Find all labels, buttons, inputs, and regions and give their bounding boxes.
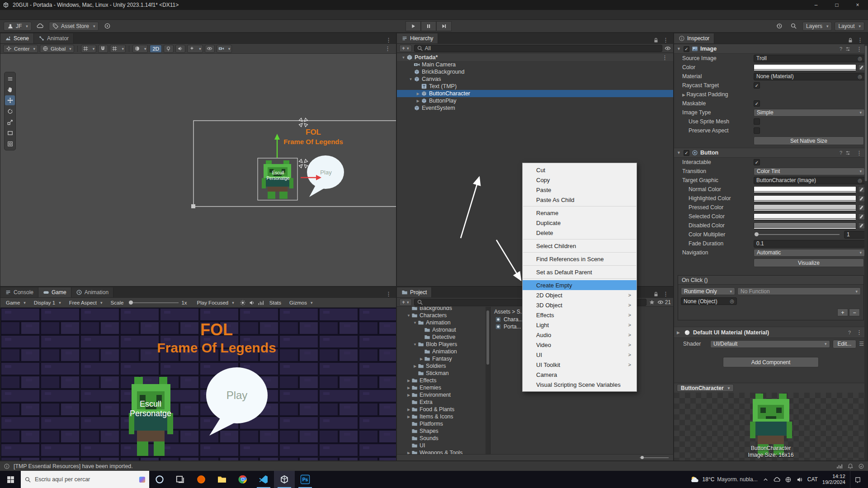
scene-fx-dropdown[interactable]: ▾: [187, 45, 203, 53]
hierarchy-item[interactable]: ▶ ButtonPlay: [397, 97, 673, 104]
stats-chart-icon[interactable]: [258, 300, 264, 306]
snap-toggle[interactable]: [98, 45, 108, 53]
use-sprite-mesh-checkbox[interactable]: [754, 118, 760, 125]
material-object-field[interactable]: None (Material)◎: [754, 73, 865, 80]
context-menu-item[interactable]: Delete: [523, 228, 637, 238]
component-enable-checkbox[interactable]: ✓: [684, 46, 689, 52]
overlay-menu-icon[interactable]: [5, 74, 15, 84]
presets-icon[interactable]: [845, 150, 851, 156]
project-folder-item[interactable]: ▼ Blob Players: [397, 341, 486, 348]
object-picker-icon[interactable]: ◎: [730, 298, 734, 304]
project-folder-item[interactable]: ▶ Environment: [397, 391, 486, 399]
component-enable-checkbox[interactable]: ✓: [684, 150, 689, 156]
scene-visibility-toggle[interactable]: [205, 45, 215, 53]
context-menu-item[interactable]: Set as Default Parent: [523, 267, 637, 277]
expand-arrow-icon[interactable]: ▶: [419, 357, 424, 361]
create-add-button[interactable]: +▾: [399, 299, 412, 306]
eyedropper-icon[interactable]: [858, 64, 865, 71]
network-icon[interactable]: [785, 476, 792, 483]
context-menu-item[interactable]: Video >: [523, 340, 637, 350]
project-folder-item[interactable]: ▼ Animation: [397, 319, 486, 326]
shader-dropdown[interactable]: UI/Default▾: [710, 340, 830, 348]
hierarchy-item[interactable]: ▶ ButtonCharacter: [397, 90, 673, 97]
background-tasks-icon[interactable]: [858, 463, 864, 469]
context-menu-item[interactable]: Select Children: [523, 241, 637, 251]
tool-handle-rotation-dropdown[interactable]: Global▾: [40, 45, 74, 53]
weather-widget[interactable]: 18°C Mayorm. nubla...: [690, 475, 758, 483]
scene-audio-toggle[interactable]: [175, 45, 185, 53]
hierarchy-item[interactable]: EventSystem: [397, 104, 673, 112]
context-menu-item[interactable]: Cut: [523, 165, 637, 175]
create-add-button[interactable]: +▾: [399, 45, 412, 52]
scene-viewport[interactable]: FOL Frame Of Legends Escull Personatge P…: [0, 54, 396, 286]
snap-increment-dropdown[interactable]: ▾: [110, 45, 126, 53]
project-folder-item[interactable]: Sounds: [397, 435, 486, 442]
context-menu-item[interactable]: 3D Object >: [523, 300, 637, 310]
tab[interactable]: Game: [38, 287, 71, 297]
object-picker-icon[interactable]: ◎: [858, 74, 862, 80]
keyboard-language[interactable]: CAT: [807, 476, 818, 483]
grid-visibility-dropdown[interactable]: ▾: [81, 45, 97, 53]
lock-icon[interactable]: [653, 37, 659, 43]
project-folder-item[interactable]: ▶ Soldiers: [397, 362, 486, 370]
play-button[interactable]: [406, 21, 421, 31]
cloud-icon[interactable]: [34, 22, 46, 31]
hierarchy-item[interactable]: BrickBackground: [397, 68, 673, 75]
project-folder-item[interactable]: Extra: [397, 399, 486, 406]
project-folder-item[interactable]: ▼ Characters: [397, 312, 486, 319]
object-picker-icon[interactable]: ◎: [858, 178, 862, 183]
color-color-swatch[interactable]: [754, 64, 856, 71]
file-explorer-icon[interactable]: [212, 471, 232, 488]
maximize-button[interactable]: □: [826, 0, 847, 10]
material-header[interactable]: ▶ Default UI Material (Material) ? ⋮: [674, 327, 868, 338]
gizmos-dropdown[interactable]: Gizmos▾: [287, 299, 316, 306]
foldout-arrow-icon[interactable]: ▼: [677, 150, 681, 155]
project-folder-item[interactable]: Animation: [397, 348, 486, 355]
context-menu-item[interactable]: Paste As Child: [523, 195, 637, 205]
expand-arrow-icon[interactable]: ▶: [406, 408, 411, 412]
set-native-size-button[interactable]: Set Native Size: [754, 136, 864, 145]
task-view-button[interactable]: [170, 471, 191, 488]
scene-picking-icon[interactable]: [665, 45, 671, 52]
volume-icon[interactable]: [796, 476, 803, 483]
cortana-button[interactable]: [149, 471, 170, 488]
display-target-dropdown[interactable]: Game▾: [3, 299, 28, 306]
hidden-count-toggle[interactable]: 21: [657, 299, 671, 305]
color-multiplier-value-field[interactable]: 1: [844, 231, 865, 239]
game-viewport[interactable]: FOL Frame Of Legends Play Escull Persona…: [0, 308, 396, 460]
object-picker-icon[interactable]: ◎: [858, 56, 862, 61]
presets-icon[interactable]: [845, 46, 851, 52]
event-target-object-field[interactable]: None (Object)◎: [681, 297, 737, 305]
mute-audio-icon[interactable]: [249, 300, 255, 306]
project-folder-item[interactable]: ▶ Fantasy: [397, 355, 486, 362]
transform-tool[interactable]: [5, 139, 15, 149]
hand-tool[interactable]: [5, 84, 15, 94]
color-multiplier-slider[interactable]: [755, 234, 840, 235]
expand-arrow-icon[interactable]: ▶: [412, 364, 418, 368]
button-component-header[interactable]: ▼ ✓ Button ? ⋮: [674, 148, 868, 158]
kebab-icon[interactable]: ⋮: [854, 46, 865, 52]
inspector-scrollbar[interactable]: [864, 44, 868, 460]
kebab-icon[interactable]: ⋮: [660, 37, 671, 43]
account-dropdown[interactable]: JF▾: [4, 22, 32, 31]
preview-selector-dropdown[interactable]: ButtonCharacter▾: [677, 384, 734, 392]
chrome-icon[interactable]: [232, 471, 253, 488]
interactable-checkbox[interactable]: ✓: [754, 159, 760, 165]
add-event-button[interactable]: +: [837, 309, 848, 316]
context-menu-item[interactable]: Camera: [523, 370, 637, 380]
selected-color-color-swatch[interactable]: [754, 213, 856, 220]
onedrive-icon[interactable]: [774, 476, 780, 483]
kebab-icon[interactable]: ⋮: [383, 291, 394, 297]
context-menu-item[interactable]: Audio >: [523, 330, 637, 340]
navigation-dropdown[interactable]: Automatic▾: [754, 249, 865, 257]
context-menu-item[interactable]: Rename: [523, 208, 637, 218]
favorites-icon[interactable]: [649, 299, 655, 305]
tool-handle-position-dropdown[interactable]: Center▾: [3, 45, 38, 53]
layout-dropdown[interactable]: Layout▾: [835, 22, 864, 31]
project-folder-item[interactable]: ▶ Effects: [397, 377, 486, 384]
context-menu-item[interactable]: Light >: [523, 320, 637, 330]
event-mode-dropdown[interactable]: Runtime Only▾: [681, 287, 735, 295]
help-icon[interactable]: ?: [848, 330, 851, 335]
profiler-icon[interactable]: [836, 463, 843, 469]
kebab-icon[interactable]: ⋮: [660, 291, 671, 297]
